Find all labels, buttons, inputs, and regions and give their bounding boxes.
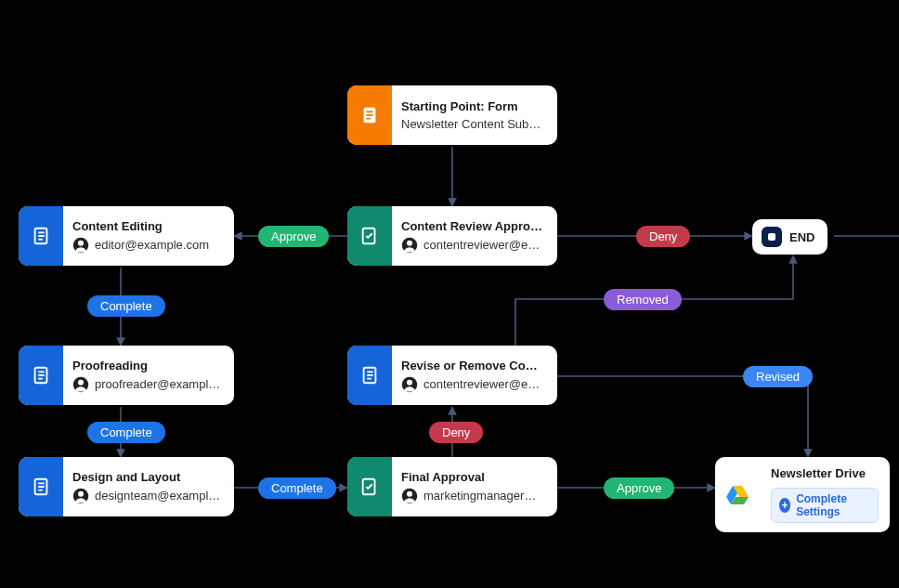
edge-complete[interactable]: Complete <box>87 422 165 443</box>
svg-point-25 <box>78 490 84 496</box>
workflow-canvas[interactable]: Starting Point: Form Newsletter Content … <box>0 0 899 588</box>
assignee: marketingmanager@e... <box>423 489 544 503</box>
approval-icon <box>347 206 392 266</box>
edge-revised[interactable]: Revised <box>743 366 813 387</box>
node-subtitle: Newsletter Content Submi... <box>401 117 544 131</box>
person-icon <box>72 376 89 393</box>
svg-rect-4 <box>366 118 371 120</box>
stop-icon <box>762 227 782 247</box>
assignee: designteam@example... <box>95 489 221 503</box>
node-newsletter-drive[interactable]: Newsletter Drive + Complete Settings <box>715 457 890 532</box>
node-content-review[interactable]: Content Review Approval contentreviewer@… <box>347 206 557 266</box>
plus-icon: + <box>779 498 790 513</box>
edge-complete[interactable]: Complete <box>258 477 336 499</box>
button-label: Complete Settings <box>796 492 870 518</box>
node-content-editing[interactable]: Content Editing editor@example.com <box>19 206 234 266</box>
node-title: Newsletter Drive <box>771 466 879 480</box>
person-icon <box>401 488 418 504</box>
node-proofreading[interactable]: Proofreading proofreader@example... <box>19 346 234 405</box>
node-end[interactable]: END <box>752 219 827 255</box>
edge-deny[interactable]: Deny <box>636 226 690 247</box>
person-icon <box>401 237 418 254</box>
edge-approve[interactable]: Approve <box>604 477 674 499</box>
edge-deny[interactable]: Deny <box>429 422 483 443</box>
person-icon <box>401 376 418 393</box>
node-title: Content Editing <box>72 219 221 233</box>
node-title: Design and Layout <box>72 470 221 484</box>
assignee: proofreader@example... <box>95 377 221 391</box>
node-title: Content Review Approval <box>401 219 544 233</box>
task-icon <box>19 206 63 266</box>
edge-approve[interactable]: Approve <box>258 226 329 247</box>
node-revise-remove[interactable]: Revise or Remove Content contentreviewer… <box>347 346 557 405</box>
svg-point-13 <box>78 240 84 245</box>
task-icon <box>347 346 392 405</box>
assignee: contentreviewer@exa... <box>423 238 544 252</box>
task-icon <box>19 457 63 516</box>
task-icon <box>19 346 63 405</box>
svg-rect-2 <box>366 111 372 112</box>
node-title: Proofreading <box>72 359 221 372</box>
node-title: Starting Point: Form <box>401 99 544 113</box>
edge-complete[interactable]: Complete <box>87 295 165 317</box>
assignee: editor@example.com <box>95 238 209 252</box>
google-drive-icon <box>715 457 760 532</box>
assignee: contentreviewer@exa... <box>423 377 544 391</box>
person-icon <box>72 488 89 504</box>
node-title: Revise or Remove Content <box>401 359 544 372</box>
node-design-layout[interactable]: Design and Layout designteam@example... <box>19 457 234 516</box>
end-label: END <box>789 230 814 244</box>
svg-rect-3 <box>366 114 372 116</box>
approval-icon <box>347 457 392 516</box>
svg-point-19 <box>78 379 84 385</box>
svg-point-7 <box>407 240 412 245</box>
svg-point-31 <box>407 379 412 385</box>
node-final-approval[interactable]: Final Approval marketingmanager@e... <box>347 457 557 516</box>
node-title: Final Approval <box>401 470 544 484</box>
svg-point-34 <box>407 490 412 496</box>
edge-removed[interactable]: Removed <box>604 289 682 310</box>
person-icon <box>72 237 89 254</box>
form-icon <box>347 85 392 145</box>
complete-settings-button[interactable]: + Complete Settings <box>771 488 879 523</box>
node-starting-point[interactable]: Starting Point: Form Newsletter Content … <box>347 85 557 145</box>
